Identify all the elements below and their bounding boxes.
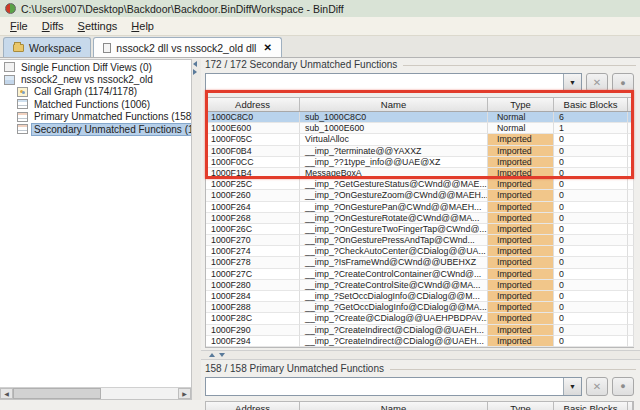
diff-icon — [4, 75, 15, 85]
table-row[interactable]: 1000E600sub_1000E600Normal1 — [206, 123, 633, 134]
chevron-down-icon[interactable]: ▼ — [563, 378, 581, 395]
menu-settings[interactable]: Settings — [71, 18, 125, 34]
secondary-unmatched-table: AddressNameTypeBasic Blocks 1000C8C0sub_… — [205, 97, 634, 348]
secondary-filter-combobox[interactable]: ▼ — [205, 73, 582, 92]
tab-close-icon[interactable]: ✕ — [263, 42, 271, 53]
column-header-type[interactable]: Type — [488, 402, 554, 410]
table-row[interactable]: 1000F25C__imp_?GetGestureStatus@CWnd@@MA… — [206, 179, 633, 190]
cell-type: Imported — [488, 269, 554, 280]
scroll-left-icon[interactable]: ◀ — [0, 388, 13, 399]
column-header-basic-blocks[interactable]: Basic Blocks — [554, 98, 628, 111]
column-header-address[interactable]: Address — [206, 402, 300, 410]
sidebar-horizontal-scrollbar[interactable]: ◀ ▶ — [0, 387, 191, 399]
vertical-splitter[interactable] — [192, 59, 201, 400]
cell-address: 1000F274 — [206, 246, 300, 257]
cell-blocks: 0 — [554, 235, 628, 246]
column-header-type[interactable]: Type — [488, 98, 554, 111]
cell-blocks: 0 — [554, 313, 628, 324]
cell-blocks: 0 — [554, 213, 628, 224]
cell-extra — [628, 257, 634, 268]
column-header-basic-blocks[interactable]: Basic Blocks — [554, 402, 628, 410]
clear-filter-button[interactable]: ✕ — [586, 73, 608, 92]
table-row[interactable]: 1000F284__imp_?SetOccDialogInfo@CDialog@… — [206, 291, 633, 302]
matched-functions-icon — [17, 99, 28, 109]
cell-name: sub_1000E600 — [300, 123, 488, 134]
table-row[interactable]: 1000F0CC__imp_??1type_info@@UAE@XZImport… — [206, 157, 633, 168]
cell-address: 1000F260 — [206, 190, 300, 201]
cell-name: VirtualAlloc — [300, 134, 488, 145]
primary-filter-input[interactable] — [206, 378, 563, 395]
table-row[interactable]: 1000F26C__imp_?OnGestureTwoFingerTap@CWn… — [206, 224, 633, 235]
column-header-name[interactable]: Name — [300, 98, 488, 111]
filter-options-button[interactable]: ● — [612, 73, 634, 92]
table-row[interactable]: 1000F05CVirtualAllocImported0 — [206, 134, 633, 145]
table-row[interactable]: 1000F288__imp_?GetOccDialogInfo@CDialog@… — [206, 302, 633, 313]
menu-file[interactable]: File — [3, 18, 35, 34]
table-row[interactable]: 1000F278__imp_?IsFrameWnd@CWnd@@UBEHXZIm… — [206, 257, 633, 268]
cell-name: __imp_??1type_info@@UAE@XZ — [300, 157, 488, 168]
table-row[interactable]: 1000F28C__imp_?Create@CDialog@@UAEHPBDPA… — [206, 313, 633, 324]
chevron-down-icon[interactable]: ▼ — [563, 74, 581, 91]
splitter-collapse-right-icon[interactable] — [193, 69, 197, 75]
cell-name: __imp_?OnGestureTwoFingerTap@CWnd@... — [300, 224, 488, 235]
cell-address: 1000C8C0 — [206, 112, 300, 123]
table-header-row: AddressNameTypeBasic Blocks — [206, 402, 633, 410]
cell-blocks: 0 — [554, 146, 628, 157]
sidebar-item-single-function-diff-views-0[interactable]: Single Function Diff Views (0) — [0, 61, 191, 73]
cell-extra — [628, 235, 634, 246]
menu-help[interactable]: Help — [124, 18, 161, 34]
scroll-right-icon[interactable]: ▶ — [178, 388, 191, 399]
table-row[interactable]: 1000F274__imp_?CheckAutoCenter@CDialog@@… — [206, 246, 633, 257]
views-icon — [4, 62, 15, 72]
cell-name: __imp_?CheckAutoCenter@CDialog@@UA... — [300, 246, 488, 257]
clear-filter-button[interactable]: ✕ — [586, 377, 608, 396]
cell-blocks: 0 — [554, 325, 628, 336]
splitter-collapse-down-icon[interactable] — [219, 353, 225, 357]
tab-diff-view[interactable]: nssock2 dll vs nssock2_old dll ✕ — [93, 37, 281, 57]
table-row[interactable]: 1000F0B4__imp_?terminate@@YAXXZImported0 — [206, 146, 633, 157]
table-row[interactable]: 1000F1B4MessageBoxAImported0 — [206, 168, 633, 179]
table-row[interactable]: 1000F280__imp_?CreateControlSite@CWnd@@M… — [206, 280, 633, 291]
cell-address: 1000E600 — [206, 123, 300, 134]
secondary-filter-row: ▼ ✕ ● — [205, 73, 634, 92]
sidebar-item-secondary-unmatched-functions-172-1178[interactable]: Secondary Unmatched Functions (172/1178) — [0, 123, 191, 135]
tab-workspace[interactable]: Workspace — [3, 37, 91, 57]
sidebar-item-matched-functions-1006[interactable]: Matched Functions (1006) — [0, 98, 191, 110]
tree-item-label: Secondary Unmatched Functions (172/1178) — [32, 124, 192, 135]
cell-type: Imported — [488, 302, 554, 313]
table-row[interactable]: 1000F260__imp_?OnGestureZoom@CWnd@@MAEH.… — [206, 190, 633, 201]
cell-name: __imp_?OnGestureZoom@CWnd@@MAEH... — [300, 190, 488, 201]
table-row[interactable]: 1000F294__imp_?CreateIndirect@CDialog@@U… — [206, 336, 633, 347]
sidebar-item-call-graph-1174-1178[interactable]: Call Graph (1174/1178) — [0, 86, 191, 98]
cell-extra — [628, 246, 634, 257]
cell-type: Imported — [488, 202, 554, 213]
table-row[interactable]: 1000C8C0sub_1000C8C0Normal6 — [206, 112, 633, 123]
cell-blocks: 0 — [554, 190, 628, 201]
splitter-collapse-left-icon[interactable] — [193, 61, 197, 67]
menu-diffs[interactable]: Diffs — [35, 18, 71, 34]
cell-type: Imported — [488, 336, 554, 347]
table-row[interactable]: 1000F264__imp_?OnGesturePan@CWnd@@MAEH..… — [206, 202, 633, 213]
cell-blocks: 0 — [554, 224, 628, 235]
cell-type: Imported — [488, 224, 554, 235]
sidebar-item-primary-unmatched-functions-158-1174[interactable]: Primary Unmatched Functions (158/1174) — [0, 111, 191, 123]
table-row[interactable]: 1000F270__imp_?OnGesturePressAndTap@CWnd… — [206, 235, 633, 246]
scrollbar-thumb[interactable] — [13, 388, 101, 399]
splitter-collapse-up-icon[interactable] — [209, 353, 215, 357]
sidebar-item-nssock2-new-vs-nssock2-old[interactable]: nssock2_new vs nssock2_old — [0, 73, 191, 85]
secondary-filter-input[interactable] — [206, 74, 563, 91]
table-row[interactable]: 1000F27C__imp_?CreateControlContainer@CW… — [206, 269, 633, 280]
cell-name: __imp_?SetOccDialogInfo@CDialog@@M... — [300, 291, 488, 302]
column-header-name[interactable]: Name — [300, 402, 488, 410]
column-header-address[interactable]: Address — [206, 98, 300, 111]
cell-address: 1000F290 — [206, 325, 300, 336]
column-header-spacer — [628, 402, 633, 410]
primary-filter-combobox[interactable]: ▼ — [205, 377, 582, 396]
primary-unmatched-table: AddressNameTypeBasic Blocks — [205, 401, 634, 410]
cell-type: Imported — [488, 325, 554, 336]
scrollbar-track[interactable] — [101, 388, 178, 399]
table-row[interactable]: 1000F290__imp_?CreateIndirect@CDialog@@U… — [206, 325, 633, 336]
filter-options-button[interactable]: ● — [612, 377, 634, 396]
table-row[interactable]: 1000F268__imp_?OnGestureRotate@CWnd@@MA.… — [206, 213, 633, 224]
horizontal-splitter[interactable] — [201, 350, 640, 360]
